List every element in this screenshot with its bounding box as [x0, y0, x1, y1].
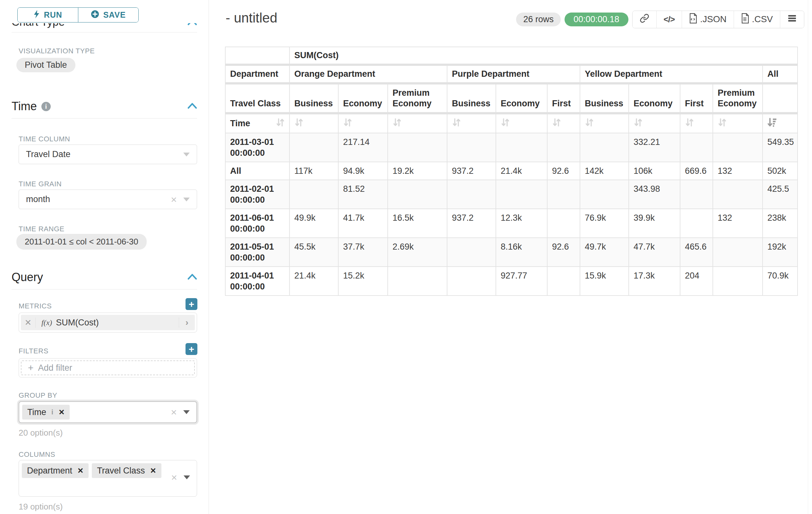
remove-tag-icon[interactable]: ✕ — [77, 466, 83, 475]
sort-icon[interactable] — [718, 117, 727, 130]
sort-icon[interactable] — [552, 117, 561, 130]
selected-option-tag[interactable]: Department✕ — [22, 463, 89, 478]
time-section-header[interactable]: Time i — [11, 100, 197, 113]
columns-options-hint: 19 option(s) — [19, 502, 63, 512]
value-cell: 425.5 — [762, 180, 798, 209]
sort-cell[interactable] — [580, 113, 629, 133]
time-grain-select[interactable]: month × — [19, 190, 197, 209]
export-json-label: .JSON — [700, 14, 726, 24]
clear-icon[interactable]: × — [171, 472, 177, 483]
value-cell — [496, 133, 547, 162]
value-cell: 2.69k — [388, 238, 447, 267]
sort-icon[interactable] — [501, 117, 510, 130]
scrollbar-track[interactable] — [808, 0, 808, 514]
query-section-header[interactable]: Query — [11, 270, 197, 284]
pivot-row: 2011-05-01 00:00:0045.5k37.7k2.69k8.16k9… — [225, 238, 798, 267]
sort-icon[interactable] — [343, 117, 352, 130]
sort-icon[interactable] — [276, 117, 285, 130]
value-cell: 937.2 — [447, 209, 496, 238]
chevron-down-icon[interactable] — [183, 153, 190, 157]
export-csv-button[interactable]: .CSV — [734, 11, 780, 28]
value-cell — [713, 238, 762, 267]
time-column-select[interactable]: Travel Date — [19, 144, 197, 164]
sort-icon[interactable] — [585, 117, 594, 130]
group-by-tags: Timei✕ — [22, 405, 73, 420]
sort-cell[interactable] — [629, 113, 680, 133]
value-cell — [547, 180, 580, 209]
pivot-row: 2011-02-01 00:00:0081.52343.98425.5 — [225, 180, 798, 209]
export-json-button[interactable]: .JSON — [682, 11, 733, 28]
columns-tags: Department✕Travel Class✕ — [22, 463, 165, 478]
sort-cell[interactable] — [547, 113, 580, 133]
value-cell — [713, 180, 762, 209]
remove-tag-icon[interactable]: ✕ — [58, 408, 64, 417]
sort-icon[interactable] — [393, 117, 402, 130]
menu-button[interactable] — [780, 11, 804, 28]
chevron-down-icon[interactable] — [183, 197, 190, 201]
value-cell: 132 — [713, 162, 762, 180]
expand-metric-icon[interactable]: › — [179, 317, 195, 328]
add-metric-button[interactable]: + — [185, 298, 197, 310]
run-button[interactable]: RUN — [18, 8, 78, 22]
save-button-label: SAVE — [103, 10, 126, 20]
travel-class-cell: Business — [447, 83, 496, 113]
plus-circle-icon — [91, 10, 99, 20]
sort-icon[interactable] — [634, 117, 642, 130]
value-cell — [290, 180, 338, 209]
visualization-type-value[interactable]: Pivot Table — [17, 58, 76, 72]
travel-class-cell: Economy — [496, 83, 547, 113]
divider — [11, 289, 197, 290]
export-csv-label: .CSV — [752, 14, 773, 24]
selected-option-tag[interactable]: Timei✕ — [22, 405, 70, 420]
value-cell — [447, 180, 496, 209]
group-by-select[interactable]: Timei✕ × — [19, 401, 197, 423]
value-cell: 927.77 — [496, 267, 547, 296]
add-filter-button[interactable]: + — [185, 343, 197, 355]
sort-cell[interactable] — [290, 113, 338, 133]
save-button[interactable]: SAVE — [78, 8, 139, 22]
travel-class-cell — [762, 83, 798, 113]
value-cell — [547, 267, 580, 296]
value-cell — [290, 133, 338, 162]
sort-cell[interactable] — [713, 113, 762, 133]
metrics-box: ✕ f(x) SUM(Cost) › — [19, 313, 197, 332]
value-cell: 204 — [680, 267, 713, 296]
remove-tag-icon[interactable]: ✕ — [150, 466, 156, 475]
clear-icon[interactable]: × — [171, 407, 177, 417]
time-sort-cell[interactable]: Time — [225, 113, 290, 133]
sort-icon[interactable] — [452, 117, 461, 130]
clear-icon[interactable]: × — [171, 194, 177, 205]
time-column-value: Travel Date — [26, 150, 70, 159]
visualization-type-label: VISUALIZATION TYPE — [19, 47, 95, 55]
sort-icon[interactable] — [685, 117, 694, 130]
value-cell: 41.7k — [338, 209, 388, 238]
embed-code-button[interactable]: </> — [656, 11, 682, 28]
remove-metric-icon[interactable]: ✕ — [21, 318, 36, 328]
chevron-up-icon[interactable] — [187, 273, 197, 281]
code-icon: </> — [664, 15, 675, 24]
sort-cell[interactable] — [388, 113, 447, 133]
columns-select[interactable]: Department✕Travel Class✕ × — [19, 460, 197, 497]
menu-icon — [787, 14, 797, 25]
time-range-value[interactable]: 2011-01-01 ≤ col < 2011-06-30 — [17, 234, 147, 250]
share-link-button[interactable] — [633, 11, 656, 28]
chart-title[interactable]: - untitled — [226, 10, 277, 26]
selected-option-tag[interactable]: Travel Class✕ — [92, 463, 161, 478]
metric-header-cell: SUM(Cost) — [290, 47, 798, 65]
metric-item[interactable]: ✕ f(x) SUM(Cost) › — [21, 315, 195, 330]
sort-icon[interactable] — [294, 117, 303, 130]
add-filter-dropzone[interactable]: + Add filter — [21, 360, 195, 375]
sort-cell[interactable] — [496, 113, 547, 133]
chevron-down-icon[interactable] — [183, 410, 190, 414]
chevron-down-icon[interactable] — [183, 476, 190, 479]
row-label-cell: 2011-06-01 00:00:00 — [225, 209, 290, 238]
sort-desc-icon[interactable] — [767, 117, 777, 130]
sort-desc-cell[interactable] — [762, 113, 798, 133]
sort-cell[interactable] — [338, 113, 388, 133]
travel-class-cell: Premium Economy — [713, 83, 762, 113]
sort-cell[interactable] — [447, 113, 496, 133]
sort-cell[interactable] — [680, 113, 713, 133]
chevron-up-icon[interactable] — [187, 102, 197, 110]
group-by-options-hint: 20 option(s) — [19, 428, 63, 438]
value-cell: 15.2k — [338, 267, 388, 296]
